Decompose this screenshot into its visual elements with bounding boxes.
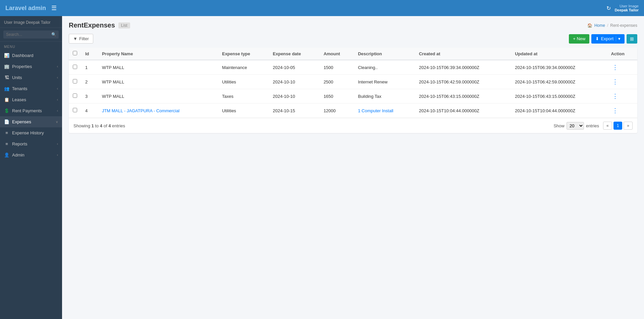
cell-created-at: 2024-10-15T06:42:59.000000Z [415,75,511,89]
cell-id: 4 [81,104,98,118]
row-checkbox-cell [69,104,81,118]
cell-expense-type: Maintenance [218,60,269,75]
row-checkbox-1[interactable] [73,65,77,69]
cell-id: 3 [81,89,98,104]
sidebar-item-label: Properties [12,64,32,69]
cell-updated-at: 2024-10-15T06:43:15.000000Z [511,89,607,104]
sidebar-item-tenants[interactable]: 👥 Tenants ‹ [0,83,62,94]
sidebar-item-label: Dashboard [12,53,34,58]
new-button[interactable]: + New [569,34,589,44]
chevron-down-icon: ∨ [56,120,58,124]
row-checkbox-cell [69,60,81,75]
row-checkbox-2[interactable] [73,79,77,83]
chevron-icon: ‹ [57,65,58,68]
cell-action: ⋮ [607,89,637,104]
sidebar-search-wrap: 🔍 [0,28,62,42]
sidebar: User Image Deepak Tailor 🔍 Menu 📊 Dashbo… [0,16,62,319]
prev-page-button[interactable]: « [603,122,612,130]
breadcrumb: 🏠 Home / Rent-expenses [587,23,637,28]
sidebar-item-properties[interactable]: 🏢 Properties ‹ [0,61,62,72]
sidebar-item-dashboard[interactable]: 📊 Dashboard [0,50,62,61]
sidebar-item-leases[interactable]: 📋 Leases ‹ [0,94,62,105]
cell-action: ⋮ [607,60,637,75]
cell-created-at: 2024-10-15T06:39:34.000000Z [415,60,511,75]
cell-id: 1 [81,60,98,75]
toolbar-left: ▼ Filter [69,34,93,44]
dashboard-icon: 📊 [4,53,9,58]
rent-payments-icon: 💲 [4,108,9,113]
row-action-button-2[interactable]: ⋮ [611,78,620,85]
row-checkbox-cell [69,75,81,89]
sidebar-item-label: Rent Payments [12,108,42,113]
sidebar-item-label: Units [12,75,22,80]
sidebar-toggle-button[interactable]: ☰ [51,4,57,12]
export-icon: ⬇ [595,36,599,41]
header-action: Action [607,48,637,60]
header-created-at: Created at [415,48,511,60]
cell-updated-at: 2024-10-15T06:42:59.000000Z [511,75,607,89]
cell-updated-at: 2024-10-15T10:04:44.000000Z [511,104,607,118]
units-icon: 🏗 [4,75,9,80]
sidebar-item-admin[interactable]: 👤 Admin ‹ [0,149,62,161]
next-page-button[interactable]: » [624,122,633,130]
page-1-button[interactable]: 1 [613,122,623,130]
main-content: RentExpenses List 🏠 Home / Rent-expenses… [62,16,644,319]
admin-icon: 👤 [4,152,9,157]
cell-expense-date: 2024-10-05 [269,60,319,75]
row-checkbox-4[interactable] [73,108,77,112]
property-link[interactable]: JTM MALL - JAGATPURA - Commercial [102,108,179,113]
column-toggle-button[interactable]: ⊞ [627,34,637,44]
header-updated-at: Updated at [511,48,607,60]
header-property-name: Property Name [98,48,218,60]
cell-description: Building Tax [354,89,415,104]
cell-expense-date: 2024-10-15 [269,104,319,118]
header-id: Id [81,48,98,60]
properties-icon: 🏢 [4,64,9,69]
sidebar-item-label: Leases [12,97,26,102]
sidebar-item-expenses[interactable]: 📄 Expenses ∨ [0,116,62,127]
chevron-icon: ‹ [57,76,58,79]
brand-logo: Laravel admin [5,5,46,12]
chevron-icon: ‹ [57,142,58,146]
search-icon: 🔍 [51,32,56,37]
table-row: 3 WTP MALL Taxes 2024-10-10 1650 Buildin… [69,89,637,104]
cell-amount: 2500 [320,75,354,89]
leases-icon: 📋 [4,97,9,102]
chevron-icon: ‹ [57,109,58,113]
cell-description: 1 Computer Install [354,104,415,118]
sidebar-item-label: Expenses [12,119,31,124]
sidebar-item-units[interactable]: 🏗 Units ‹ [0,72,62,83]
cell-expense-type: Utilities [218,104,269,118]
row-action-button-4[interactable]: ⋮ [611,107,620,114]
cell-updated-at: 2024-10-15T06:39:34.000000Z [511,60,607,75]
cell-amount: 12000 [320,104,354,118]
sidebar-item-rent-payments[interactable]: 💲 Rent Payments ‹ [0,105,62,116]
row-checkbox-3[interactable] [73,93,77,98]
refresh-icon[interactable]: ↻ [606,5,611,11]
export-button[interactable]: ⬇ Export ▾ [591,34,625,44]
user-name: Deepak Tailor [615,8,639,12]
cell-amount: 1500 [320,60,354,75]
entries-select[interactable]: 10 20 50 100 [567,122,584,130]
cell-action: ⋮ [607,75,637,89]
filter-button[interactable]: ▼ Filter [69,34,93,44]
cell-property-name: WTP MALL [98,60,218,75]
table-body: 1 WTP MALL Maintenance 2024-10-05 1500 C… [69,60,637,118]
row-action-button-1[interactable]: ⋮ [611,64,620,71]
header-description: Description [354,48,415,60]
row-action-button-3[interactable]: ⋮ [611,92,620,100]
navbar: Laravel admin ☰ ↻ User Image Deepak Tail… [0,0,644,16]
breadcrumb-home[interactable]: Home [594,23,605,28]
user-image-label: User Image [620,4,639,8]
cell-description: Cleaning.. [354,60,415,75]
layout: User Image Deepak Tailor 🔍 Menu 📊 Dashbo… [0,16,644,319]
expenses-icon: 📄 [4,119,9,124]
cell-action: ⋮ [607,104,637,118]
select-all-checkbox[interactable] [73,51,77,55]
cell-created-at: 2024-10-15T10:04:44.000000Z [415,104,511,118]
menu-label: Menu [0,42,62,50]
sidebar-item-reports[interactable]: ≡ Reports ‹ [0,138,62,149]
sidebar-item-expense-history[interactable]: ≡ Expense History [0,127,62,138]
search-input[interactable] [3,30,59,39]
table-row: 1 WTP MALL Maintenance 2024-10-05 1500 C… [69,60,637,75]
